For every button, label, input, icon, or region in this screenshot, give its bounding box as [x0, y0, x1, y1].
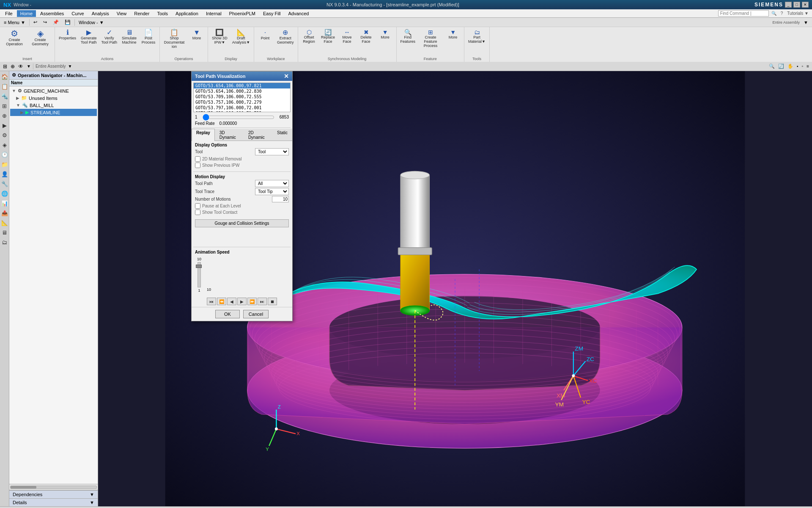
pin-btn[interactable]: 📌	[51, 18, 61, 26]
menu-render[interactable]: Render	[131, 10, 153, 17]
toolpath-list[interactable]: GOTO/53.654,106.000,97.821 GOTO/53.654,1…	[193, 83, 291, 112]
vs-output-nav[interactable]: 📤	[0, 208, 9, 218]
post-process-button[interactable]: 📄 PostProcess	[139, 28, 158, 46]
details-expander[interactable]: Details ▼	[9, 498, 98, 506]
icon-selection-filter[interactable]: ⊞	[2, 63, 8, 70]
icon-shading[interactable]: ▪	[796, 64, 800, 69]
vs-material-nav[interactable]: 🗂	[0, 237, 9, 247]
menu-advanced[interactable]: Advanced	[285, 10, 313, 17]
list-item-5[interactable]: GOTO/53.829,106.000,71.722	[194, 110, 290, 112]
menu-file[interactable]: File	[2, 10, 16, 17]
menu-dropdown[interactable]: ≡ Menu ▼	[2, 19, 27, 26]
list-item-3[interactable]: GOTO/53.757,106.000,72.279	[194, 99, 290, 105]
vs-home[interactable]: 🏠	[0, 72, 9, 81]
properties-button[interactable]: ℹ Properties	[57, 28, 78, 42]
vs-sequence-nav[interactable]: ▶	[0, 121, 9, 130]
list-slider[interactable]	[203, 116, 274, 119]
icon-wire[interactable]: ▫	[801, 64, 805, 69]
generate-toolpath-button[interactable]: ▶ GenerateTool Path	[79, 28, 99, 46]
icon-more1[interactable]: ▼	[25, 64, 32, 69]
vs-system-nav[interactable]: 🔧	[0, 179, 9, 188]
icon-view[interactable]: 👁	[17, 63, 25, 70]
create-feature-process-button[interactable]: ⊞ Create FeatureProcess	[418, 28, 443, 50]
vs-simulation-nav[interactable]: 🖥	[0, 228, 9, 237]
create-operation-button[interactable]: ⚙ Create Operation	[2, 28, 27, 48]
maximize-button[interactable]: □	[793, 2, 800, 8]
2d-material-checkbox[interactable]	[195, 156, 200, 162]
tab-replay[interactable]: Replay	[192, 129, 215, 141]
find-features-button[interactable]: 🔍 FindFeatures	[398, 28, 418, 45]
replace-face-button[interactable]: 🔄 ReplaceFace	[319, 28, 337, 45]
more-sync-button[interactable]: ▼ More	[376, 28, 395, 41]
num-motions-input[interactable]	[272, 196, 289, 202]
transport-play[interactable]: ▶	[237, 298, 247, 305]
menu-application[interactable]: Application	[172, 10, 202, 17]
undo-btn[interactable]: ↩	[31, 18, 39, 26]
tool-path-select[interactable]: All None Selected	[255, 180, 289, 187]
simulate-machine-button[interactable]: 🖥 SimulateMachine	[120, 28, 139, 46]
menu-phoenixplm[interactable]: PhoenixPLM	[226, 10, 259, 17]
help-button[interactable]: ?	[779, 11, 785, 16]
more-feature-button[interactable]: ▼ More	[444, 28, 462, 41]
tab-static[interactable]: Static	[272, 129, 292, 141]
hscroll-track[interactable]	[10, 486, 97, 489]
vs-resource-nav[interactable]: 📁	[0, 160, 9, 169]
vs-cam-nav[interactable]: ⚙	[0, 130, 9, 140]
menu-curve[interactable]: Curve	[68, 10, 87, 17]
delete-face-button[interactable]: ✖ DeleteFace	[357, 28, 376, 45]
transport-end[interactable]: ⏭	[258, 298, 267, 305]
nav-item-streamline[interactable]: ▶ ▶ STREAMLINE	[10, 109, 97, 116]
anim-slider-thumb[interactable]	[196, 265, 202, 268]
move-face-button[interactable]: ↔ MoveFace	[338, 28, 357, 45]
menu-analysis[interactable]: Analysis	[88, 10, 112, 17]
vs-feature-nav[interactable]: ◈	[0, 140, 9, 149]
create-geometry-button[interactable]: ◈ Create Geometry	[27, 28, 53, 48]
verify-toolpath-button[interactable]: ✓ VerifyTool Path	[99, 28, 120, 46]
menu-internal[interactable]: Internal	[203, 10, 225, 17]
draft-analysis-button[interactable]: 📐 DraftAnalysis▼	[230, 28, 252, 46]
show-contact-checkbox[interactable]	[195, 210, 200, 215]
vs-history-nav[interactable]: 🕐	[0, 150, 9, 159]
transport-back[interactable]: ◀	[227, 298, 236, 305]
selection-scope-dropdown[interactable]: ▼	[68, 64, 72, 69]
transport-beginning[interactable]: ⏮	[207, 298, 216, 305]
vs-process-nav[interactable]: 📊	[0, 199, 9, 208]
expand-generic-machine[interactable]: ▼	[12, 88, 16, 93]
icon-layer[interactable]: ≡	[805, 64, 810, 69]
list-item-2[interactable]: GOTO/53.709,106.000,72.555	[194, 94, 290, 99]
menu-easyfill[interactable]: Easy Fill	[260, 10, 284, 17]
show-3d-ipw-button[interactable]: 🔲 Show 3DIPW▼	[210, 28, 230, 46]
extract-geometry-button[interactable]: ⊕ ExtractGeometry	[275, 28, 296, 46]
navigator-hscrollbar[interactable]	[9, 484, 98, 490]
save-btn[interactable]: 💾	[63, 18, 73, 26]
nav-item-ball-mill[interactable]: ▼ 🔩 BALL_MILL	[10, 102, 97, 109]
tool-select[interactable]: Tool Holder None	[255, 148, 289, 155]
offset-region-button[interactable]: ⬡ OffsetRegion	[300, 28, 318, 45]
transport-step-forward[interactable]: ⏩	[247, 298, 257, 305]
vs-constraint-nav[interactable]: ⊕	[0, 111, 9, 120]
tool-trace-select[interactable]: Tool Tip Tool Center None	[255, 188, 289, 195]
expand-unused-items[interactable]: ▶	[16, 96, 19, 100]
list-item-0[interactable]: GOTO/53.654,106.000,97.821	[194, 83, 290, 88]
dialog-close-button[interactable]: ✕	[284, 73, 289, 79]
close-button[interactable]: ✕	[802, 2, 809, 8]
dialog-cancel-button[interactable]: Cancel	[243, 310, 269, 318]
minimize-button[interactable]: _	[785, 2, 792, 8]
vs-roles-nav[interactable]: 👤	[0, 169, 9, 179]
find-command-input[interactable]	[718, 10, 769, 17]
point-button[interactable]: · Point	[256, 28, 274, 42]
icon-pan[interactable]: ✋	[786, 63, 795, 69]
list-item-4[interactable]: GOTO/53.797,106.000,72.001	[194, 105, 290, 110]
assembly-scope-btn[interactable]: ▼	[801, 19, 810, 26]
pause-level-checkbox[interactable]	[195, 203, 200, 209]
transport-stop[interactable]: ⏹	[268, 298, 277, 305]
icon-rotate[interactable]: 🔄	[777, 63, 785, 69]
icon-snap-point[interactable]: ⊕	[9, 63, 16, 70]
more-operations-button[interactable]: ▼ More	[187, 28, 206, 42]
tab-2d-dynamic[interactable]: 2D Dynamic	[244, 129, 272, 141]
vs-part-nav[interactable]: 🔩	[0, 91, 9, 101]
nav-item-unused-items[interactable]: ▶ 📁 Unused Items	[10, 94, 97, 102]
part-material-button[interactable]: 🗂 PartMaterial▼	[466, 28, 488, 45]
vs-web-nav[interactable]: 🌐	[0, 189, 9, 198]
gouge-settings-button[interactable]: Gouge and Collision Settings	[195, 219, 289, 227]
